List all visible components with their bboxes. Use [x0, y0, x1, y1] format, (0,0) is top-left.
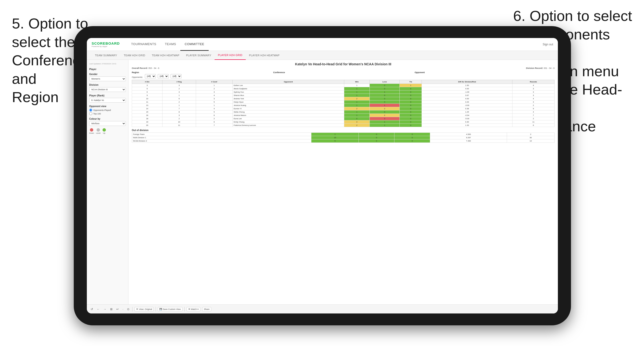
cell-div: 6 — [132, 90, 162, 94]
cell-loss: 1 — [370, 104, 400, 107]
cell-opponent: Alexis Sudjianto — [233, 87, 344, 90]
legend-down-dot — [90, 128, 93, 132]
ood-rounds: 2 — [507, 133, 554, 136]
cell-tie: 0 — [400, 114, 422, 117]
cell-reg: 1 — [162, 94, 196, 97]
cell-reg: 2 — [162, 117, 196, 120]
ood-tie: 0 — [394, 139, 430, 143]
opponent-label: Opponent — [415, 71, 554, 74]
cell-reg: 3 — [162, 114, 196, 117]
cell-diff: 1.33 — [422, 124, 512, 127]
cell-conf: 3 — [196, 90, 232, 94]
cell-opponent: Sydney Kuo — [233, 90, 344, 94]
cell-reg: 7 — [162, 107, 196, 110]
watch-button[interactable]: 👁 Watch ▾ — [186, 307, 200, 311]
ood-rounds: 10 — [507, 139, 554, 143]
nav-teams[interactable]: TEAMS — [160, 38, 180, 51]
toolbar-divider-1 — [132, 307, 132, 312]
sub-nav-player-summary[interactable]: PLAYER SUMMARY — [183, 51, 214, 60]
main-content: Last Updated: 27/03/2024 19:41 Player Ge… — [87, 60, 558, 305]
nav-committee[interactable]: COMMITTEE — [180, 38, 209, 51]
opponent-select[interactable]: (All) — [170, 74, 182, 78]
th-loss: Loss — [370, 80, 400, 84]
logo-sub: Powered by clippd — [92, 45, 120, 47]
cell-diff: 1.25 — [422, 110, 512, 114]
opponents-prefix: Opponents: — [132, 76, 143, 78]
cell-loss: 0 — [370, 84, 400, 87]
top-nav: SCOREBOARD Powered by clippd TOURNAMENTS… — [87, 38, 558, 51]
th-win: Win — [344, 80, 370, 84]
nav-items: TOURNAMENTS TEAMS COMMITTEE — [127, 38, 543, 51]
ood-tie: 0 — [394, 136, 430, 139]
cell-loss: 0 — [370, 94, 400, 97]
sidebar-opponent-view-section: Opponent view Opponents Played Top 100 — [89, 105, 126, 115]
cell-reg: 8 — [162, 110, 196, 114]
division-select[interactable]: NCAA Division III — [89, 87, 126, 92]
th-reg: # Reg — [162, 80, 196, 84]
nav-tournaments[interactable]: TOURNAMENTS — [127, 38, 160, 51]
cell-opponent: Jessica Mason — [233, 114, 344, 117]
toolbar-dot[interactable]: · — [122, 307, 124, 311]
radio-top100[interactable]: Top 100 — [89, 112, 126, 115]
ood-win: 1 — [311, 133, 358, 136]
ood-name: NCAA Division 2 — [132, 139, 312, 143]
ood-row: NCAA Division 2 5 0 0 7.400 10 — [132, 139, 554, 143]
ood-diff: 7.400 — [430, 139, 507, 143]
legend-down: Down — [89, 128, 94, 134]
sidebar-player-section: Player — [89, 68, 126, 71]
cell-rounds: 2 — [512, 117, 554, 120]
cell-loss: 1 — [370, 120, 400, 124]
table-row: 19 10 6 Emily Chang 4 1 0 0.30 11 — [132, 120, 554, 124]
conference-select[interactable]: (All) — [158, 74, 169, 78]
cell-win: 1 — [344, 90, 370, 94]
sidebar-colour-section: Colour by Win/loss — [89, 118, 126, 126]
cell-win: 1 — [344, 84, 370, 87]
table-row: 3 3 1 Esther Lee 1 0 1 1.50 4 — [132, 84, 554, 87]
toolbar-forward[interactable]: → — [102, 307, 107, 311]
sub-nav: TEAM SUMMARY TEAM H2H GRID TEAM H2H HEAT… — [87, 51, 558, 60]
sub-nav-player-h2h-heatmap[interactable]: PLAYER H2H HEATMAP — [246, 51, 283, 60]
save-custom-view-button[interactable]: 💾 Save Custom View — [158, 307, 182, 311]
table-row: 5 2 2 Alexis Sudjianto 1 0 0 4.00 3 — [132, 87, 554, 90]
gender-select[interactable]: Women's — [89, 76, 126, 81]
cell-opponent: Heejo Hyun — [233, 100, 344, 104]
report-title: Katelyn Vo Head-to-Head Grid for Women's… — [132, 62, 554, 66]
toolbar-undo[interactable]: ↺ — [90, 307, 94, 311]
sub-nav-team-h2h-heatmap[interactable]: TEAM H2H HEATMAP — [148, 51, 183, 60]
cell-reg: 10 — [162, 120, 196, 124]
table-row: 18 2 2 Euna Lee 0 3 0 -5.00 2 — [132, 117, 554, 120]
colour-by-select[interactable]: Win/loss — [89, 121, 126, 126]
sub-nav-team-h2h-grid[interactable]: TEAM H2H GRID — [120, 51, 148, 60]
player-rank-label: Player (Rank) — [89, 94, 126, 97]
toolbar-back[interactable]: ← — [96, 307, 101, 311]
view-original-button[interactable]: 👁 View: Original — [134, 307, 154, 311]
cell-loss: 3 — [370, 117, 400, 120]
cell-loss: 0 — [370, 87, 400, 90]
cell-conf: 7 — [196, 124, 232, 127]
cell-loss: 1 — [370, 90, 400, 94]
table-row: 9 1 4 Sharon Mun 1 0 0 3.67 3 — [132, 94, 554, 97]
share-button[interactable]: Share — [202, 307, 211, 311]
sub-nav-player-h2h-grid[interactable]: PLAYER H2H GRID — [214, 51, 246, 60]
player-rank-select[interactable]: 8. Katelyn Vo — [89, 98, 126, 103]
ood-loss: 0 — [359, 136, 394, 139]
table-row: 16 3 6 Jessica Mason 1 2 0 -0.94 7 — [132, 114, 554, 117]
radio-opponents-played[interactable]: Opponents Played — [89, 109, 126, 112]
toolbar-grid[interactable]: ⊞ — [109, 307, 114, 311]
region-select[interactable]: (All) — [145, 74, 156, 78]
cell-div: 3 — [132, 84, 162, 87]
filter-row: Region Conference Opponent — [132, 71, 554, 74]
cell-win: 2 — [344, 107, 370, 110]
tablet-screen: SCOREBOARD Powered by clippd TOURNAMENTS… — [87, 38, 558, 314]
cell-opponent: Stella Cheng — [233, 110, 344, 114]
table-row: 15 8 5 Stella Cheng 1 0 0 1.25 4 — [132, 110, 554, 114]
sub-nav-team-summary[interactable]: TEAM SUMMARY — [92, 51, 120, 60]
conference-filter: Conference — [273, 71, 413, 74]
toolbar-circle[interactable]: ⊙ — [126, 307, 130, 311]
cell-tie: 0 — [400, 120, 422, 124]
cell-win: 2 — [344, 124, 370, 127]
ood-diff: 4.500 — [430, 133, 507, 136]
toolbar-return[interactable]: ↩ — [116, 307, 120, 311]
sign-out-button[interactable]: Sign out — [543, 43, 553, 46]
cell-conf: 6 — [196, 120, 232, 124]
